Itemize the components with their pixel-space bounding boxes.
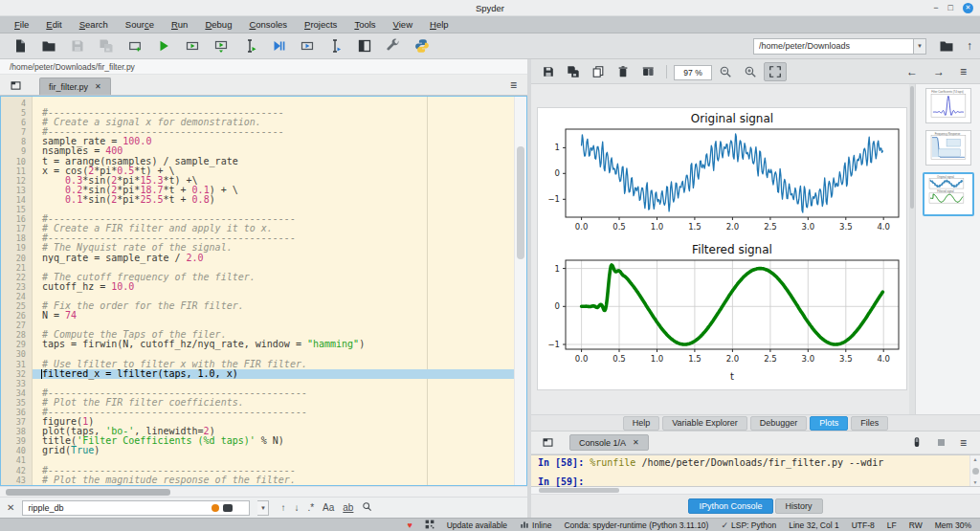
- whole-words-toggle-icon[interactable]: ab: [343, 502, 353, 514]
- maximize-pane-button[interactable]: [352, 35, 377, 56]
- code-line-14[interactable]: 0.1*sin(2*pi*25.5*t + 0.8): [33, 195, 514, 205]
- menu-run[interactable]: Run: [163, 19, 196, 30]
- menu-edit[interactable]: Edit: [37, 19, 70, 30]
- status-lf[interactable]: LF: [887, 520, 897, 530]
- menu-tools[interactable]: Tools: [345, 19, 384, 30]
- scrollbar-thumb[interactable]: [517, 146, 524, 259]
- working-directory-input[interactable]: [753, 38, 914, 55]
- scrollbar-thumb[interactable]: [539, 488, 619, 493]
- status-line-32-col-1[interactable]: Line 32, Col 1: [789, 520, 838, 530]
- browse-tabs-icon[interactable]: [5, 76, 26, 95]
- browse-directory-button[interactable]: [934, 35, 959, 56]
- code-line-23[interactable]: cutoff_hz = 10.0: [33, 282, 514, 292]
- interrupt-kernel-icon[interactable]: [938, 439, 945, 446]
- browse-tabs-icon[interactable]: [537, 433, 558, 453]
- plot-thumbnail-original-and-filtered-signals[interactable]: Original signalFiltered signal: [923, 172, 974, 216]
- figure-canvas[interactable]: 0.00.51.01.52.02.53.03.54.0−101Original …: [537, 107, 907, 390]
- open-file-button[interactable]: [36, 35, 61, 56]
- scrollbar-thumb[interactable]: [972, 468, 979, 475]
- status-utf-8[interactable]: UTF-8: [852, 520, 875, 530]
- preferences-button[interactable]: [381, 35, 406, 56]
- scroll-up-icon[interactable]: ▲: [973, 456, 978, 462]
- menu-view[interactable]: View: [385, 19, 421, 30]
- debug-cell-button[interactable]: [295, 35, 320, 56]
- menu-debug[interactable]: Debug: [196, 19, 240, 30]
- copy-plot-button[interactable]: [587, 62, 610, 81]
- status-mem-30[interactable]: Mem 30%: [935, 520, 971, 530]
- new-file-button[interactable]: [8, 35, 33, 56]
- plots-options-menu-icon[interactable]: ≡: [960, 65, 967, 78]
- editor-horizontal-scrollbar[interactable]: [0, 486, 527, 497]
- case-sensitive-toggle-icon[interactable]: Aa: [323, 502, 334, 514]
- code-line-40[interactable]: grid(True): [33, 446, 514, 455]
- zoom-level-input[interactable]: [674, 65, 712, 80]
- scrollbar-thumb[interactable]: [910, 86, 914, 209]
- plot-thumbnail-filter-coefficients[interactable]: Filter Coefficients (74 taps): [925, 88, 971, 123]
- code-line-20[interactable]: nyq_rate = sample_rate / 2.0: [33, 254, 514, 263]
- console-horizontal-scrollbar[interactable]: [531, 487, 980, 495]
- find-history-chevron-icon[interactable]: ▼: [257, 500, 269, 516]
- menu-help[interactable]: Help: [421, 19, 457, 30]
- status-conda-spyder-runtime-python-3-11-10[interactable]: Conda: spyder-runtime (Python 3.11.10): [564, 520, 708, 530]
- close-icon[interactable]: ✕: [95, 82, 101, 91]
- status-rw[interactable]: RW: [909, 520, 923, 530]
- menu-source[interactable]: Source: [117, 19, 163, 30]
- run-file-button[interactable]: [151, 35, 176, 56]
- maximize-button[interactable]: □: [948, 3, 953, 13]
- status-inline[interactable]: Inline: [520, 520, 551, 531]
- code-line-26[interactable]: N = 74: [33, 311, 514, 321]
- debug-file-button[interactable]: [266, 35, 291, 56]
- run-cell-button[interactable]: [180, 35, 205, 56]
- menu-file[interactable]: File: [6, 19, 37, 30]
- remove-variables-icon[interactable]: [911, 434, 923, 452]
- run-cell-advance-button[interactable]: [209, 35, 234, 56]
- menu-projects[interactable]: Projects: [296, 19, 345, 30]
- zoom-in-button[interactable]: [739, 62, 762, 81]
- close-find-icon[interactable]: ✕: [7, 502, 14, 513]
- menu-search[interactable]: Search: [71, 19, 117, 30]
- tab-console-1a[interactable]: Console 1/A ✕: [569, 434, 649, 451]
- status-update-available[interactable]: Update available: [447, 520, 507, 530]
- close-icon[interactable]: ✕: [633, 438, 639, 447]
- run-selection-button[interactable]: [237, 35, 262, 56]
- code-area[interactable]: #---------------------------------------…: [33, 97, 514, 485]
- console-output[interactable]: In [58]: %runfile /home/peter/Downloads/…: [531, 455, 969, 486]
- tab-history[interactable]: History: [775, 498, 823, 514]
- console-options-menu-icon[interactable]: ≡: [960, 436, 967, 450]
- search-icon[interactable]: [362, 501, 372, 515]
- parent-directory-button[interactable]: ↑: [967, 39, 972, 53]
- regex-toggle-icon[interactable]: .*: [307, 502, 314, 514]
- minimize-button[interactable]: −: [933, 3, 938, 13]
- find-options-icon[interactable]: [223, 504, 233, 512]
- pane-tab-help[interactable]: Help: [623, 416, 660, 431]
- code-line-39[interactable]: title('Filter Coefficients (%d taps)' % …: [33, 436, 514, 446]
- scrollbar-thumb[interactable]: [6, 489, 170, 496]
- find-next-icon[interactable]: ↓: [294, 502, 299, 514]
- pane-tab-files[interactable]: Files: [851, 416, 888, 431]
- plot-thumbnail-frequency-response[interactable]: Frequency Response: [925, 130, 971, 166]
- editor-vertical-scrollbar[interactable]: [514, 97, 526, 485]
- code-line-36[interactable]: #---------------------------------------…: [33, 408, 514, 417]
- pane-tab-plots[interactable]: Plots: [810, 416, 848, 431]
- code-line-32[interactable]: filtered_x = lfilter(taps, 1.0, x): [33, 369, 514, 379]
- tab-ipython-console[interactable]: IPython Console: [688, 498, 772, 514]
- pane-tab-debugger[interactable]: Debugger: [750, 416, 808, 431]
- next-plot-icon[interactable]: →: [933, 65, 945, 78]
- status-lsp-python[interactable]: ✓LSP: Python: [721, 520, 776, 530]
- close-button[interactable]: ✕: [963, 3, 973, 13]
- code-line-29[interactable]: taps = firwin(N, cutoff_hz/nyq_rate, win…: [33, 340, 514, 349]
- editor-options-menu-icon[interactable]: ≡: [504, 78, 523, 92]
- pane-tab-variable-explorer[interactable]: Variable Explorer: [662, 416, 746, 431]
- console-vertical-scrollbar[interactable]: ▲ ▼: [969, 455, 980, 486]
- scroll-down-icon[interactable]: ▼: [973, 479, 978, 485]
- fit-plot-button[interactable]: [764, 62, 787, 81]
- code-line-43[interactable]: # Plot the magnitude response of the fil…: [33, 476, 514, 485]
- menu-consoles[interactable]: Consoles: [240, 19, 296, 30]
- remove-all-plots-button[interactable]: [636, 62, 659, 81]
- zoom-out-button[interactable]: [714, 62, 737, 81]
- chevron-down-icon[interactable]: ▼: [914, 38, 926, 55]
- save-all-plots-button[interactable]: [562, 62, 585, 81]
- remove-plot-button[interactable]: [612, 62, 635, 81]
- find-previous-icon[interactable]: ↑: [280, 502, 285, 514]
- new-cell-button[interactable]: [122, 35, 147, 56]
